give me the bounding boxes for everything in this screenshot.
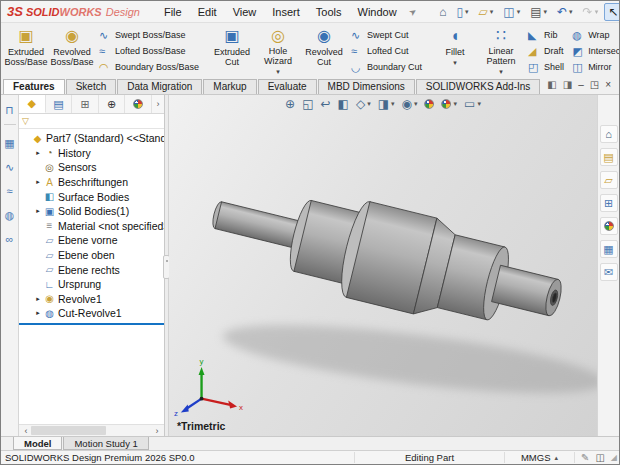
dropdown-caret-icon[interactable]: ▾ bbox=[595, 8, 599, 16]
view-orientation-button[interactable]: ◇▾ bbox=[353, 97, 374, 111]
zoom-fit-button[interactable]: ⊕ bbox=[282, 97, 298, 111]
home-button[interactable]: ⌂ bbox=[600, 125, 618, 143]
expand-arrow-icon[interactable]: ▸ bbox=[33, 149, 43, 157]
dropdown-caret-icon[interactable]: ▾ bbox=[465, 8, 469, 16]
menu-tools[interactable]: Tools bbox=[308, 1, 350, 22]
linear-pattern-button[interactable]: ∷Linear Pattern▾ bbox=[478, 24, 524, 78]
sphere-tool-button[interactable]: ◍ bbox=[5, 205, 15, 229]
dropdown-caret-icon[interactable]: ▾ bbox=[276, 67, 280, 77]
pin-icon[interactable]: ➤ bbox=[406, 5, 418, 18]
tree-item-material[interactable]: ≡Material <not specified> bbox=[19, 219, 164, 234]
mirror-button[interactable]: ◫Mirror bbox=[568, 59, 620, 75]
panel-tab-configurationmanager[interactable]: ⊞ bbox=[72, 95, 99, 113]
expand-arrow-icon[interactable]: ▸ bbox=[33, 309, 43, 317]
dropdown-caret-icon[interactable]: ▾ bbox=[391, 100, 395, 108]
tab-markup[interactable]: Markup bbox=[203, 79, 256, 94]
swept-cut-button[interactable]: ∿Swept Cut bbox=[347, 27, 426, 43]
appearances-button[interactable] bbox=[600, 217, 618, 235]
select-cursor-button[interactable]: ↖▾ bbox=[604, 3, 620, 21]
tree-item-ebene[interactable]: ▱Ebene oben bbox=[19, 248, 164, 263]
hole-wizard-button[interactable]: ◎Hole Wizard▾ bbox=[255, 24, 301, 78]
tree-item-sensors[interactable]: ◎Sensors bbox=[19, 160, 164, 175]
rib-button[interactable]: ◣Rib bbox=[524, 27, 568, 43]
pane-left-button[interactable]: ◧ bbox=[547, 74, 556, 92]
panel-button[interactable]: ◫ bbox=[595, 452, 604, 463]
close-doc-button[interactable]: × bbox=[605, 74, 611, 92]
zoom-area-button[interactable]: ◱ bbox=[299, 97, 316, 111]
appearance-button[interactable] bbox=[422, 98, 438, 110]
graphics-viewport[interactable]: ⊕◱↩◧◇▾◨▾◉▾▾▭▾ bbox=[169, 95, 597, 436]
scene-button[interactable]: ▾ bbox=[439, 98, 461, 110]
scroll-right-icon[interactable]: › bbox=[152, 426, 162, 436]
panel-tab-featuremanager[interactable]: ◆ bbox=[19, 95, 46, 113]
menu-window[interactable]: Window bbox=[350, 1, 405, 22]
intersect-button[interactable]: ◩Intersect bbox=[568, 43, 620, 59]
tree-item-part7[interactable]: ◆Part7 (Standard) <<Standard>_Anzeig bbox=[19, 131, 164, 146]
tree-item-surface[interactable]: ◧Surface Bodies bbox=[19, 189, 164, 204]
tab-mbd-dimensions[interactable]: MBD Dimensions bbox=[318, 79, 415, 94]
lofted-boss-base-button[interactable]: ≈Lofted Boss/Base bbox=[95, 43, 203, 59]
tab-sketch[interactable]: Sketch bbox=[66, 79, 117, 94]
tree-item-ursprung[interactable]: ∟Ursprung bbox=[19, 277, 164, 292]
spline-button[interactable]: ∿ bbox=[5, 157, 14, 181]
tab-features[interactable]: Features bbox=[3, 79, 65, 94]
tree-item-cut-revolve1[interactable]: ▸◍Cut-Revolve1 bbox=[19, 306, 164, 321]
section-view-button[interactable]: ◧ bbox=[335, 97, 352, 111]
menu-file[interactable]: File bbox=[156, 1, 190, 22]
menu-edit[interactable]: Edit bbox=[190, 1, 225, 22]
previous-view-button[interactable]: ↩ bbox=[318, 97, 334, 111]
boundary-boss-base-button[interactable]: ◠Boundary Boss/Base bbox=[95, 59, 203, 75]
expand-arrow-icon[interactable]: ▸ bbox=[33, 295, 43, 303]
dropdown-caret-icon[interactable]: ▾ bbox=[544, 8, 548, 16]
view-palette-button[interactable]: ⊞ bbox=[600, 194, 618, 212]
pane-right-button[interactable]: ◨ bbox=[563, 74, 572, 92]
tab-solidworks-add-ins[interactable]: SOLIDWORKS Add-Ins bbox=[416, 79, 540, 94]
custom-properties-button[interactable]: ▦ bbox=[600, 240, 618, 258]
more-panel-tabs-icon[interactable]: › bbox=[152, 95, 164, 113]
dropdown-caret-icon[interactable]: ▾ bbox=[517, 8, 521, 16]
extruded-boss-base-button[interactable]: ▣Extruded Boss/Base bbox=[3, 24, 49, 78]
tree-item-ebene[interactable]: ▱Ebene vorne bbox=[19, 233, 164, 248]
panel-tab-propertymanager[interactable]: ▤ bbox=[46, 95, 73, 113]
tree-item-ebene[interactable]: ▱Ebene rechts bbox=[19, 262, 164, 277]
forum-button[interactable]: ✉ bbox=[600, 263, 618, 281]
dropdown-caret-icon[interactable]: ▾ bbox=[454, 100, 458, 108]
lofted-cut-button[interactable]: ≈Lofted Cut bbox=[347, 43, 426, 59]
graphics-area[interactable]: y x z bbox=[169, 95, 597, 436]
restore-doc-button[interactable]: ◳ bbox=[590, 74, 599, 92]
pattern-cube-button[interactable]: ▦ bbox=[4, 133, 14, 157]
tree-item-beschriftungen[interactable]: ▸ABeschriftungen bbox=[19, 175, 164, 190]
dropdown-caret-icon[interactable]: ▾ bbox=[477, 100, 481, 108]
boundary-cut-button[interactable]: ◡Boundary Cut bbox=[347, 59, 426, 75]
design-library-button[interactable]: ▤ bbox=[600, 148, 618, 166]
vise-button[interactable]: ⊓ bbox=[5, 100, 14, 124]
redo-button[interactable]: ↷▾ bbox=[579, 3, 603, 21]
fillet-button[interactable]: ◖Fillet▾ bbox=[432, 24, 478, 78]
undo-button[interactable]: ↶▾ bbox=[553, 3, 577, 21]
units-selector[interactable]: MMGS ▴ bbox=[504, 452, 574, 463]
tab-motion-study-1[interactable]: Motion Study 1 bbox=[63, 437, 148, 450]
loop-button[interactable]: ∞ bbox=[6, 229, 14, 253]
dropdown-caret-icon[interactable]: ▾ bbox=[453, 58, 457, 68]
swept-boss-base-button[interactable]: ∿Swept Boss/Base bbox=[95, 27, 203, 43]
menu-view[interactable]: View bbox=[225, 1, 265, 22]
extruded-cut-button[interactable]: ▣Extruded Cut bbox=[209, 24, 255, 78]
tab-model[interactable]: Model bbox=[13, 437, 62, 450]
draft-button[interactable]: ◢Draft bbox=[524, 43, 568, 59]
revolved-cut-button[interactable]: ◉Revolved Cut bbox=[301, 24, 347, 78]
dropdown-caret-icon[interactable]: ▾ bbox=[367, 100, 371, 108]
shell-button[interactable]: ◰Shell bbox=[524, 59, 568, 75]
panel-horizontal-scrollbar[interactable]: ‹ › bbox=[19, 424, 164, 436]
rollback-bar[interactable] bbox=[19, 323, 164, 325]
new-doc-button[interactable]: ▯▾ bbox=[452, 3, 472, 21]
helix-button[interactable]: ≈ bbox=[6, 181, 12, 205]
tree-item-solid[interactable]: ▸▣Solid Bodies(1) bbox=[19, 204, 164, 219]
panel-tab-dimxpertmanager[interactable]: ⊕ bbox=[99, 95, 126, 113]
scrollbar-thumb[interactable] bbox=[31, 426, 106, 435]
tree-item-history[interactable]: ▸◔History bbox=[19, 146, 164, 161]
expand-arrow-icon[interactable]: ▸ bbox=[33, 207, 43, 215]
file-explorer-button[interactable]: ▱ bbox=[600, 171, 618, 189]
expand-arrow-icon[interactable]: ▸ bbox=[33, 178, 43, 186]
hide-show-button[interactable]: ◉▾ bbox=[399, 97, 421, 111]
tab-evaluate[interactable]: Evaluate bbox=[258, 79, 317, 94]
